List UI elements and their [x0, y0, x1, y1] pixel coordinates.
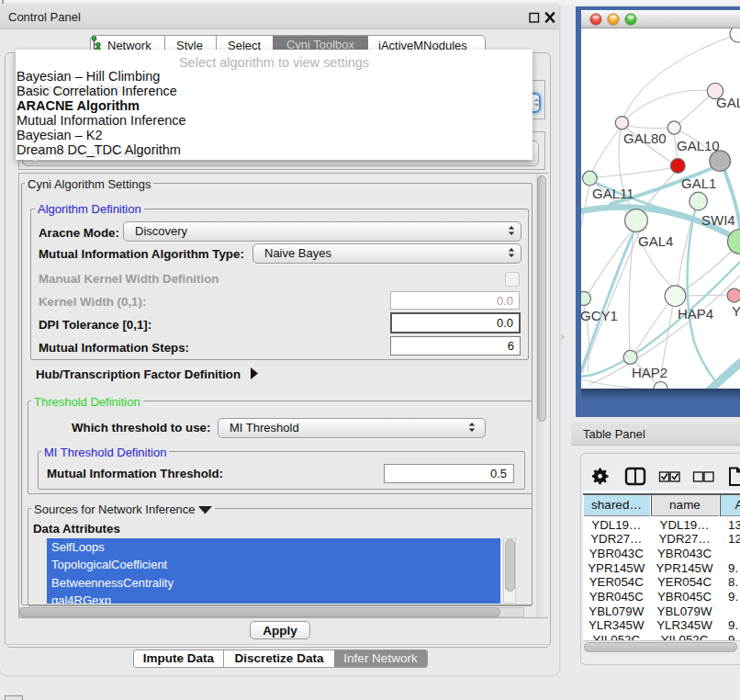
svg-text:GAL2: GAL2: [716, 95, 740, 110]
svg-text:GCY1: GCY1: [581, 308, 618, 323]
svg-text:GAL4: GAL4: [638, 233, 673, 249]
svg-text:GAL80: GAL80: [623, 130, 667, 146]
svg-text:SWI4: SWI4: [701, 212, 735, 228]
svg-text:GAL1: GAL1: [681, 175, 716, 191]
svg-text:HAP2: HAP2: [632, 365, 667, 380]
svg-text:Y: Y: [732, 303, 740, 319]
svg-text:GAL10: GAL10: [677, 138, 720, 153]
svg-text:HAP4: HAP4: [678, 306, 713, 322]
svg-text:GAL11: GAL11: [592, 186, 634, 201]
